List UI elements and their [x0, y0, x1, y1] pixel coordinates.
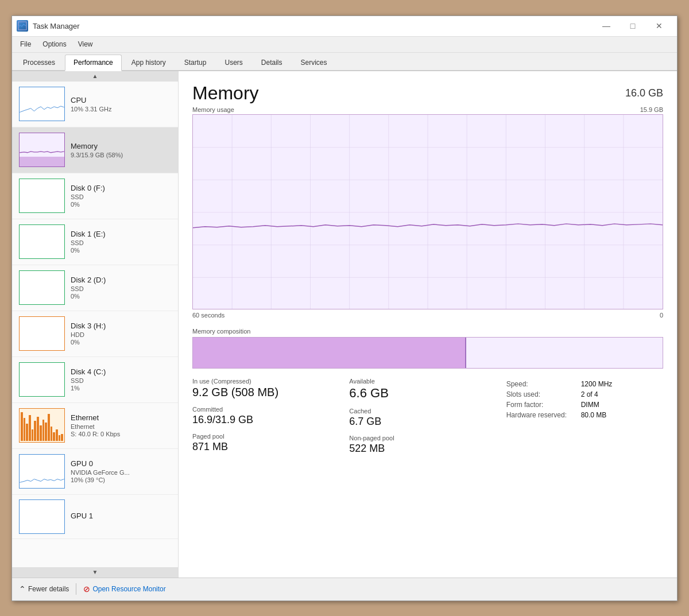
sidebar-item-disk2[interactable]: Disk 2 (D:) SSD 0% — [12, 265, 178, 311]
non-paged-pool-label: Non-paged pool — [349, 435, 494, 441]
slots-value: 2 of 4 — [581, 390, 598, 398]
time-right: 0 — [660, 312, 663, 319]
close-button[interactable]: ✕ — [646, 16, 672, 36]
cpu-thumbnail — [19, 87, 65, 121]
title-bar: Task Manager — □ ✕ — [12, 16, 677, 37]
sidebar-item-gpu0[interactable]: GPU 0 NVIDIA GeForce G... 10% (39 °C) — [12, 449, 178, 495]
sidebar-scroll-up[interactable]: ▲ — [12, 71, 178, 82]
status-divider — [76, 583, 76, 595]
in-use-label: In use (Compressed) — [192, 378, 338, 385]
memory-chart — [192, 114, 663, 309]
gpu0-model: NVIDIA GeForce G... — [71, 469, 171, 476]
disk4-name: Disk 4 (C:) — [71, 367, 171, 376]
reserved-row: Hardware reserved: 80.0 MB — [506, 411, 663, 419]
disk1-pct: 0% — [71, 247, 171, 254]
disk0-info: Disk 0 (F:) SSD 0% — [71, 184, 171, 208]
window-title: Task Manager — [33, 22, 593, 30]
committed-label: Committed — [192, 406, 338, 413]
non-paged-pool-stat: Non-paged pool 522 MB — [349, 435, 494, 462]
content-area: ▲ CPU 10% 3.31 GHz — [12, 71, 677, 578]
speed-value: 1200 MHz — [581, 380, 613, 388]
chevron-up-icon: ⌃ — [19, 584, 26, 594]
tab-processes[interactable]: Processes — [14, 55, 64, 70]
disk3-thumbnail — [19, 316, 65, 351]
menu-options[interactable]: Options — [37, 38, 72, 51]
disk1-type: SSD — [71, 239, 171, 246]
committed-value: 16.9/31.9 GB — [192, 414, 338, 426]
cpu-info: CPU 10% 3.31 GHz — [71, 96, 171, 113]
sidebar-scroll-down[interactable]: ▼ — [12, 567, 178, 578]
in-use-value: 9.2 GB (508 MB) — [192, 386, 338, 399]
sidebar-item-disk1[interactable]: Disk 1 (E:) SSD 0% — [12, 219, 178, 265]
composition-label: Memory composition — [192, 328, 663, 335]
sidebar-item-memory[interactable]: Memory 9.3/15.9 GB (58%) — [12, 127, 178, 173]
cpu-usage: 10% 3.31 GHz — [71, 106, 171, 113]
paged-pool-label: Paged pool — [192, 433, 338, 440]
tab-users[interactable]: Users — [216, 55, 251, 70]
tab-performance[interactable]: Performance — [65, 55, 122, 71]
form-value: DIMM — [581, 401, 599, 409]
tab-details[interactable]: Details — [253, 55, 291, 70]
status-bar: ⌃ Fewer details ⊘ Open Resource Monitor — [12, 578, 677, 600]
sidebar-item-cpu[interactable]: CPU 10% 3.31 GHz — [12, 82, 178, 127]
memory-usage: 9.3/15.9 GB (58%) — [71, 152, 171, 158]
disk2-pct: 0% — [71, 293, 171, 300]
minimize-button[interactable]: — — [593, 16, 620, 36]
tab-app-history[interactable]: App history — [123, 55, 175, 70]
form-row: Form factor: DIMM — [506, 401, 663, 409]
menu-bar: File Options View — [12, 37, 677, 53]
paged-pool-stat: Paged pool 871 MB — [192, 433, 338, 460]
main-header: Memory 16.0 GB — [192, 83, 663, 104]
disk4-info: Disk 4 (C:) SSD 1% — [71, 367, 171, 392]
disk2-name: Disk 2 (D:) — [71, 276, 171, 284]
disk4-type: SSD — [71, 377, 171, 384]
disk0-type: SSD — [71, 193, 171, 200]
comp-available — [466, 338, 663, 368]
fewer-details-button[interactable]: ⌃ Fewer details — [19, 584, 69, 594]
tab-startup[interactable]: Startup — [176, 55, 215, 70]
non-paged-pool-value: 522 MB — [349, 443, 494, 455]
disk3-name: Disk 3 (H:) — [71, 321, 171, 330]
tab-services[interactable]: Services — [292, 55, 336, 70]
menu-view[interactable]: View — [72, 38, 99, 51]
disk1-name: Disk 1 (E:) — [71, 230, 171, 238]
available-stat: Available 6.6 GB — [349, 378, 494, 408]
composition-bar — [192, 337, 663, 369]
app-icon — [17, 20, 28, 32]
cached-stat: Cached 6.7 GB — [349, 408, 494, 435]
open-resource-monitor-link[interactable]: ⊘ Open Resource Monitor — [83, 584, 165, 594]
gpu0-thumbnail — [19, 454, 65, 489]
in-use-stat: In use (Compressed) 9.2 GB (508 MB) — [192, 378, 338, 406]
window-controls: — □ ✕ — [593, 16, 672, 36]
sidebar-item-disk0[interactable]: Disk 0 (F:) SSD 0% — [12, 173, 178, 219]
maximize-button[interactable]: □ — [620, 16, 646, 36]
speed-label: Speed: — [506, 380, 581, 388]
gpu1-thumbnail — [19, 499, 65, 534]
slots-label: Slots used: — [506, 390, 581, 398]
paged-pool-value: 871 MB — [192, 441, 338, 453]
main-content: Memory 16.0 GB Memory usage 15.9 GB — [179, 71, 677, 578]
menu-file[interactable]: File — [14, 38, 37, 51]
sidebar-scroll[interactable]: CPU 10% 3.31 GHz Memory 9.3/15.9 GB ( — [12, 82, 178, 567]
monitor-icon: ⊘ — [83, 584, 90, 594]
comp-in-use — [193, 338, 465, 368]
disk0-thumbnail — [19, 179, 65, 213]
reserved-label: Hardware reserved: — [506, 411, 581, 419]
cached-label: Cached — [349, 408, 494, 414]
tabs-bar: Processes Performance App history Startu… — [12, 53, 677, 71]
cpu-name: CPU — [71, 96, 171, 104]
slots-row: Slots used: 2 of 4 — [506, 390, 663, 398]
sidebar-item-disk3[interactable]: Disk 3 (H:) HDD 0% — [12, 311, 178, 357]
gpu1-info: GPU 1 — [71, 512, 171, 521]
committed-stat: Committed 16.9/31.9 GB — [192, 406, 338, 433]
disk0-name: Disk 0 (F:) — [71, 184, 171, 192]
ethernet-rate: S: 40.0 R: 0 Kbps — [71, 431, 171, 437]
speed-row: Speed: 1200 MHz — [506, 380, 663, 388]
ethernet-name: Ethernet — [71, 413, 171, 422]
sidebar-item-disk4[interactable]: Disk 4 (C:) SSD 1% — [12, 357, 178, 403]
sidebar-item-ethernet[interactable]: Ethernet Ethernet S: 40.0 R: 0 Kbps — [12, 403, 178, 449]
sidebar-item-gpu1[interactable]: GPU 1 — [12, 495, 178, 539]
gpu0-usage: 10% (39 °C) — [71, 476, 171, 483]
stats-grid: In use (Compressed) 9.2 GB (508 MB) Comm… — [192, 378, 663, 462]
disk1-thumbnail — [19, 224, 65, 259]
